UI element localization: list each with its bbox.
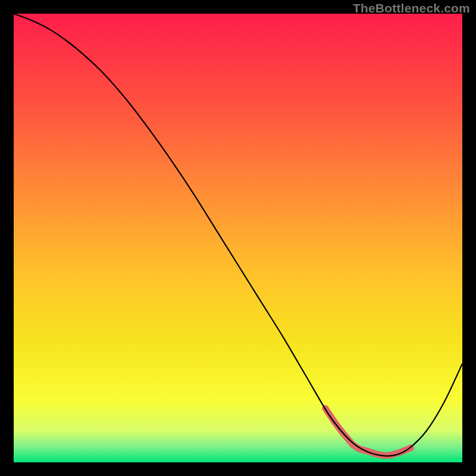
plot-area [14,14,462,462]
chart-svg [14,14,462,462]
watermark-label: TheBottleneck.com [353,1,470,15]
gradient-rect [14,14,462,462]
app-frame: TheBottleneck.com [0,0,476,476]
